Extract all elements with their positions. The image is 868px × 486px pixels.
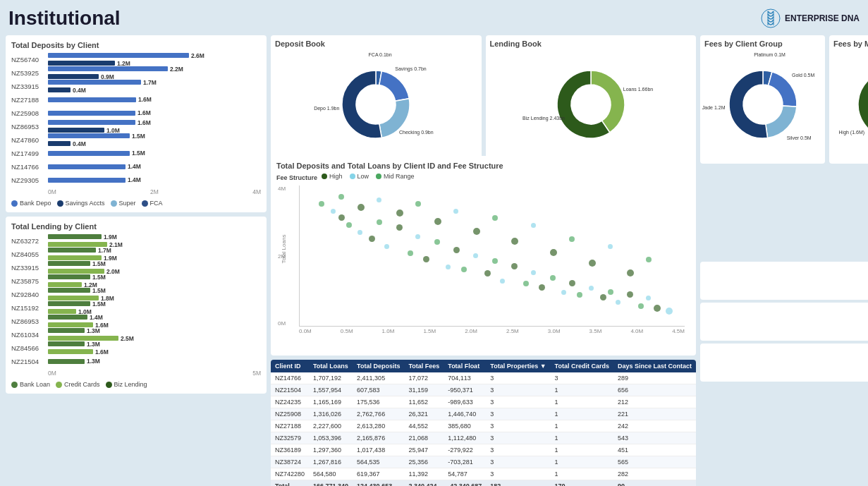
svg-text:Platinum 0.1M: Platinum 0.1M [754, 52, 786, 57]
svg-text:Checking 0.9bn: Checking 0.9bn [399, 130, 434, 135]
scatter-dot [453, 209, 458, 214]
table-cell: 11,392 [404, 468, 444, 480]
lending-title: Total Lending by Client [11, 222, 261, 231]
table-cell: NZ36189 [271, 444, 309, 456]
deposits-chart: NZ567402.6M1.2MNZ539252.2M0.9MNZ339151.7… [11, 54, 261, 186]
svg-text:High (1.6M): High (1.6M) [838, 130, 864, 135]
table-cell: 1,707,192 [309, 372, 353, 384]
table-cell: 3 [486, 372, 550, 384]
table-row: NZ928401.5M1.8M [11, 288, 261, 300]
table-row: NZ478601.5M0.4M [11, 134, 261, 145]
scatter-dot [408, 250, 413, 256]
table-cell: 212 [613, 396, 696, 408]
scatter-dot [492, 215, 498, 221]
scatter-panel: Total Deposits and Total Loans by Client… [271, 156, 696, 356]
table-row: NZ271882,227,6002,613,28044,552385,68031… [271, 420, 696, 432]
kpi-deposits-value: 124.4M [709, 308, 868, 327]
table-row: NZ325791,053,3962,165,87621,0681,112,480… [271, 432, 696, 444]
legend-item: Mid Range [376, 173, 415, 180]
scatter-dot [539, 284, 545, 291]
scatter-dot [415, 234, 420, 239]
table-cell: 2,411,305 [353, 372, 404, 384]
table-row: NZ869531.4M1.6M [11, 315, 261, 327]
table-cell: 1 [551, 432, 613, 444]
lending-book-title: Lending Book [490, 40, 692, 48]
table-header: Client ID [271, 360, 309, 372]
table-row: NZ358751.5M1.2M [11, 275, 261, 286]
table-cell: 26,321 [404, 408, 444, 420]
table-cell: 1,165,169 [309, 396, 353, 408]
table-cell: 1 [551, 384, 613, 396]
table-row: NZ339151.7M0.4M [11, 80, 261, 92]
table-cell: NZ27188 [271, 420, 309, 432]
scatter-dot [569, 280, 575, 286]
svg-text:Savings 0.7bn: Savings 0.7bn [396, 66, 427, 72]
scatter-dot [346, 222, 352, 228]
scatter-dot [396, 209, 403, 217]
logo-text: ENTERPRISE DNA [785, 13, 860, 23]
table-cell: NZ38724 [271, 456, 309, 468]
scatter-dot [654, 305, 661, 312]
scatter-dot [434, 239, 440, 245]
table-header: Days Since Last Contact [613, 360, 696, 372]
svg-text:Loans 1.66bn: Loans 1.66bn [623, 87, 653, 92]
table-row: NZ610341.3M2.5M [11, 329, 261, 340]
table-row: NZ869531.6M1.0M [11, 121, 261, 132]
legend-item: Savings Accts [57, 200, 105, 207]
table-cell: 170 [551, 480, 613, 487]
scatter-dot [531, 270, 536, 275]
table-cell: 124,430,653 [353, 480, 404, 487]
scatter-dot [600, 294, 606, 300]
legend-item: Super [111, 200, 136, 207]
scatter-dot [461, 267, 467, 272]
table-cell: 1 [551, 468, 613, 480]
scatter-dot [511, 238, 518, 245]
table-cell: 385,680 [444, 420, 486, 432]
scatter-dot [666, 308, 673, 315]
table-cell: -950,371 [444, 384, 486, 396]
svg-text:Biz Lending 2.43bn: Biz Lending 2.43bn [522, 116, 565, 121]
table-cell: 2,762,766 [353, 408, 404, 420]
table-cell: 2,613,280 [353, 420, 404, 432]
legend-item: FCA [142, 200, 163, 207]
svg-text:Jade 1.2M: Jade 1.2M [702, 105, 725, 110]
scatter-dot [338, 194, 344, 200]
table-cell: 25,947 [404, 444, 444, 456]
scatter-dot [561, 290, 566, 295]
lending-book-panel: Lending Book Loans 1.66bnBiz Lending 2.4… [486, 35, 697, 164]
table-cell: 182 [486, 480, 550, 487]
scatter-dot [423, 256, 429, 262]
legend-item: Low [350, 173, 369, 180]
table-cell: 1 [551, 456, 613, 468]
table-cell: 54,787 [444, 468, 486, 480]
scatter-dot [396, 224, 403, 231]
table-cell: 564,535 [353, 456, 404, 468]
scatter-dot [627, 269, 634, 277]
scatter-dot [531, 223, 536, 228]
table-cell: 3 [486, 396, 550, 408]
table-cell: 1 [551, 408, 613, 420]
table-cell: -703,281 [444, 456, 486, 468]
scatter-dot [511, 263, 518, 269]
table-cell: 1,112,480 [444, 432, 486, 444]
deposits-title: Total Deposits by Client [11, 41, 261, 49]
scatter-dot [377, 219, 382, 225]
table-cell: NZ32579 [271, 432, 309, 444]
scatter-dot [608, 244, 613, 249]
scatter-dot [446, 265, 451, 269]
table-row: NZ259081,316,0262,762,76626,3211,446,740… [271, 408, 696, 420]
table-cell: NZ24235 [271, 396, 309, 408]
table-cell: NZ25908 [271, 408, 309, 420]
svg-text:Depo 1.9bn: Depo 1.9bn [314, 106, 339, 111]
table-cell: -989,633 [444, 396, 486, 408]
scatter-dot [357, 230, 362, 235]
scatter-dot [473, 228, 480, 235]
data-table-panel: Client IDTotal LoansTotal DepositsTotal … [271, 360, 696, 486]
scatter-dot [434, 218, 441, 225]
scatter-dot [415, 201, 421, 207]
table-cell: 1,053,396 [309, 432, 353, 444]
kpi-float-value: -42.3M [709, 349, 868, 367]
table-header: Total Loans [309, 360, 353, 372]
table-cell: 1 [551, 420, 613, 432]
legend-item: Credit Cards [56, 381, 100, 388]
